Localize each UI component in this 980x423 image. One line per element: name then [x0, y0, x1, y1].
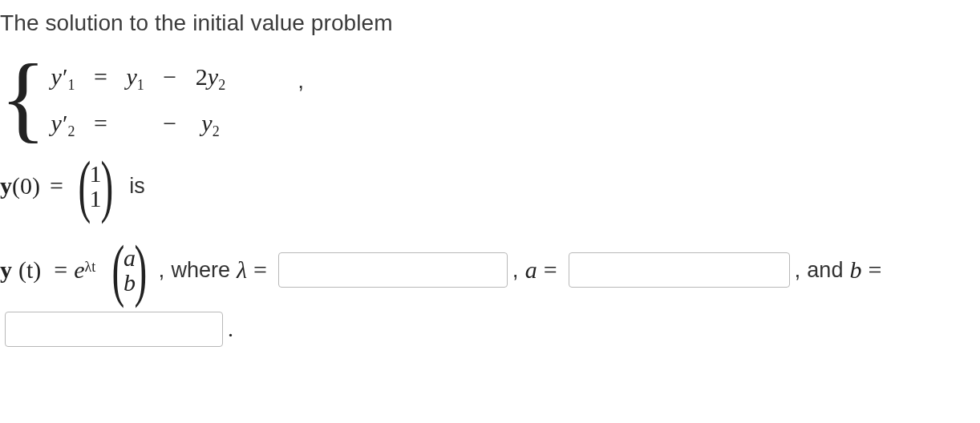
sol-a: a [525, 254, 537, 287]
sol-eq-b: = [868, 254, 881, 287]
sol-comma2: , [512, 255, 519, 285]
ic-is: is [129, 171, 145, 200]
prompt-text: The solution to the initial value proble… [0, 8, 974, 38]
b-input[interactable] [5, 312, 223, 347]
sys-r2-y2: y2 [196, 107, 225, 140]
ic-y: y [0, 170, 12, 203]
sys-r2-minus: − [162, 107, 178, 140]
system-comma: , [298, 66, 304, 96]
sol-and: and [807, 256, 843, 284]
sol-vector: ( a b ) [107, 245, 152, 296]
sys-r1-eq: = [93, 61, 109, 94]
sol-arg: (t) [18, 254, 41, 287]
sys-r1-2y2: 2y2 [196, 61, 225, 94]
sol-y: y [0, 254, 12, 287]
system-grid: y′1 = y1 − 2y2 y′2 = − y2 [51, 61, 294, 140]
initial-condition-row: y (0) = ( 1 1 ) is [0, 161, 974, 212]
sol-eq-a: = [544, 254, 557, 287]
lambda-input[interactable] [278, 252, 508, 288]
sys-r2-lhs: y′2 [51, 107, 75, 140]
sol-b: b [849, 254, 861, 287]
a-input[interactable] [569, 252, 790, 288]
ic-arg: (0) [12, 170, 40, 203]
sol-exp: eλt [74, 254, 95, 287]
sys-r1-y1: y1 [127, 61, 144, 94]
sol-lambda: λ [237, 254, 247, 287]
sys-r1-lhs: y′1 [51, 61, 75, 94]
sol-eq-lambda: = [253, 254, 267, 287]
ic-eq: = [50, 170, 63, 203]
sol-comma3: , [795, 255, 801, 285]
sol-period: . [228, 314, 233, 344]
sol-comma1: , [159, 255, 165, 285]
sol-eq: = [54, 254, 67, 287]
ic-v-top: 1 [90, 161, 102, 187]
ic-vector: ( 1 1 ) [73, 161, 118, 212]
sys-r2-eq: = [93, 107, 109, 140]
ode-system: { y′1 = y1 − 2y2 y′2 = − y2 , [0, 61, 974, 140]
sol-where: where [171, 256, 230, 284]
sys-r1-minus: − [162, 61, 178, 94]
solution-row: y (t) = eλt ( a b ) , where λ = , a = [0, 245, 974, 347]
ic-v-bot: 1 [90, 186, 102, 212]
